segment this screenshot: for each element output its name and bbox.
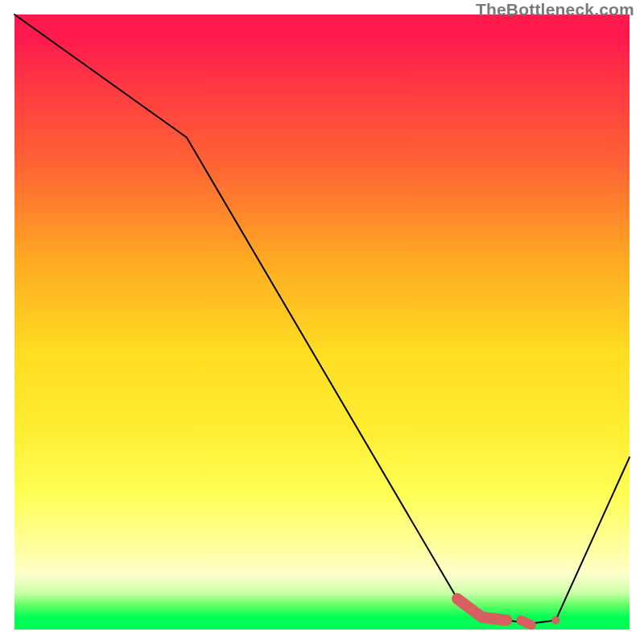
- svg-point-0: [551, 617, 559, 625]
- watermark-text: TheBottleneck.com: [476, 0, 634, 19]
- chart-container: TheBottleneck.com: [0, 0, 644, 644]
- bottleneck-curve: [14, 14, 630, 623]
- chart-svg: [0, 0, 644, 644]
